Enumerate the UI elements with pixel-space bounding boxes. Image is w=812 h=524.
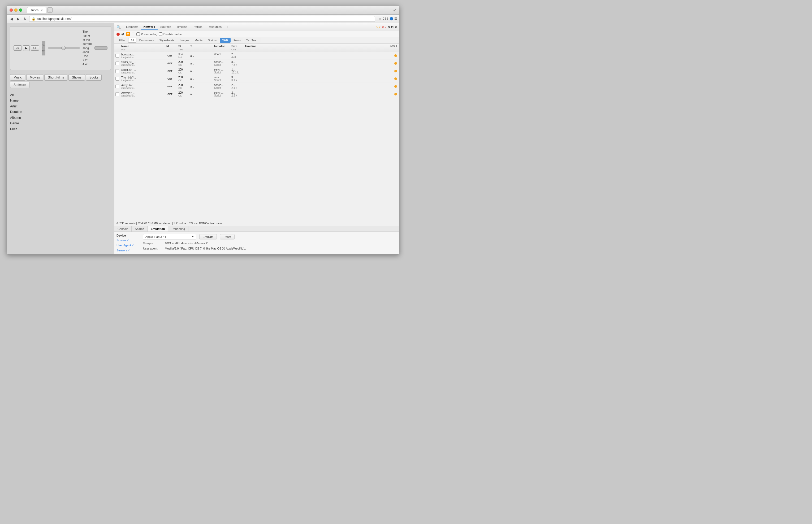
btab-rendering[interactable]: Rendering (168, 226, 188, 231)
sidebar-item-art[interactable]: Art (10, 92, 111, 98)
devtab-network[interactable]: Network (141, 24, 158, 30)
col-timeline-header[interactable]: Timeline 1.00 s (245, 45, 398, 51)
tab-close-icon[interactable]: ✕ (41, 9, 43, 12)
rewind-button[interactable]: << (14, 45, 22, 51)
active-tab[interactable]: Itunes ✕ (27, 7, 46, 13)
network-row[interactable]: Array.js?_... /projects/itu... GET 200 O… (114, 91, 399, 98)
col-status-header[interactable]: St... Text (178, 45, 190, 51)
clear-button[interactable]: ⊘ (121, 32, 124, 36)
col-name-header[interactable]: Name Path (121, 45, 166, 51)
filter-tab-stylesheets[interactable]: Stylesheets (157, 38, 177, 43)
volume-slider[interactable] (48, 47, 80, 49)
emulate-button[interactable]: Emulate (199, 234, 217, 240)
network-row[interactable]: Thumb.js?... /projects/itu... GET 200 OK… (114, 75, 399, 83)
network-row[interactable]: bootstrap... /projects/itu... GET 304 No… (114, 52, 399, 60)
row-status: 200 OK (178, 68, 190, 74)
tab-music[interactable]: Music (10, 74, 25, 81)
url-display: localhost/projects/itunes/ (37, 17, 71, 21)
devtab-timeline[interactable]: Timeline (174, 24, 190, 30)
sidebar-item-name[interactable]: Name (10, 98, 111, 104)
filter-tab-xhr[interactable]: XHR (220, 38, 230, 43)
devtab-sources[interactable]: Sources (158, 24, 174, 30)
col-size-header[interactable]: Size Con... (232, 45, 245, 51)
disable-cache-checkbox[interactable] (159, 32, 162, 36)
forward-button[interactable]: ▶ (16, 16, 21, 21)
row-path: /projects/itu... (121, 56, 166, 59)
col-type-header[interactable]: T... (190, 45, 214, 51)
col-method-header[interactable]: M... (166, 45, 178, 51)
user-agent-section[interactable]: User Agent ✓ (116, 244, 138, 247)
sidebar-item-artist[interactable]: Artist (10, 104, 111, 110)
btab-console[interactable]: Console (114, 226, 132, 231)
filter-tab-documents[interactable]: Documents (137, 38, 157, 43)
btab-emulation[interactable]: Emulation (147, 226, 168, 231)
tab-software[interactable]: Software (10, 82, 30, 88)
minimize-button[interactable] (14, 9, 17, 12)
fast-forward-button[interactable]: >> (31, 45, 39, 51)
tab-shows[interactable]: Shows (68, 74, 85, 81)
close-devtools-icon[interactable]: ✕ (395, 26, 397, 29)
bookmark-icon[interactable]: ☆ (379, 17, 381, 20)
devtab-profiles[interactable]: Profiles (190, 24, 205, 30)
filter-tab-scripts[interactable]: Scripts (205, 38, 219, 43)
list-icon[interactable]: ☰ (132, 32, 135, 36)
refresh-button[interactable]: ↻ (22, 16, 28, 21)
content-area: << ▶ >> 80 × 80 The name of th (7, 23, 399, 254)
play-button[interactable]: ▶ (23, 45, 30, 51)
row-checkbox[interactable] (115, 77, 119, 81)
filter-tab-all[interactable]: All (128, 38, 136, 43)
filter-tab-images[interactable]: Images (177, 38, 192, 43)
slider-thumb[interactable] (61, 46, 66, 50)
network-row[interactable]: Slider.js?_... /projects/itu... GET 200 … (114, 60, 399, 67)
reset-button[interactable]: Reset (220, 234, 235, 240)
record-button[interactable] (116, 33, 120, 36)
screen-section[interactable]: Screen ✓ (116, 239, 138, 242)
tab-movies[interactable]: Movies (26, 74, 43, 81)
back-button[interactable]: ◀ (9, 16, 14, 21)
network-row[interactable]: Slider.js?_... /projects/itu... GET 200 … (114, 67, 399, 75)
ext-icon[interactable]: 🔵 (389, 17, 393, 20)
row-checkbox[interactable] (115, 85, 119, 88)
sidebar-item-price[interactable]: Price (10, 127, 111, 132)
row-status: 304 Not... (178, 53, 190, 59)
network-row[interactable]: ArrayStor... /projects/itu... GET 200 OK… (114, 83, 399, 91)
col-initiator-header[interactable]: Initiator (214, 45, 232, 51)
devtab-resources[interactable]: Resources (205, 24, 224, 30)
device-select[interactable]: Apple iPad 3 / 4 ▾ (143, 234, 196, 240)
dock-icon[interactable]: ⊡ (391, 26, 394, 29)
row-initiator: sench...Script (214, 76, 232, 82)
address-bar[interactable]: 🔒 localhost/projects/itunes/ (29, 16, 375, 22)
tab-books[interactable]: Books (86, 74, 102, 81)
devtab-elements[interactable]: Elements (123, 24, 141, 30)
settings-icon[interactable]: ⚙ (387, 26, 390, 29)
devtab-more[interactable]: » (224, 24, 231, 30)
row-size: 2...2.1 k (232, 83, 245, 89)
filter-tab-texttransfer[interactable]: TextTra... (244, 38, 260, 43)
filter-icon[interactable]: 🔽 (126, 32, 130, 36)
row-size: 1...15.1 k (232, 68, 245, 74)
preserve-log-label: Preserve log (137, 32, 157, 36)
sidebar-item-albumn[interactable]: Albumn (10, 115, 111, 121)
row-checkbox[interactable] (115, 62, 119, 65)
search-icon[interactable]: 🔍 (116, 25, 121, 29)
tab-short-films[interactable]: Short Films (44, 74, 67, 81)
row-checkbox[interactable] (115, 69, 119, 73)
nav-tabs: Music Movies Short Films Shows Books Sof… (7, 73, 114, 89)
maximize-button[interactable] (19, 9, 22, 12)
sidebar-item-genre[interactable]: Genre (10, 121, 111, 127)
filter-tab-filter[interactable]: Filter (116, 38, 128, 43)
sensors-section[interactable]: Sensors ✓ (116, 249, 138, 252)
row-checkbox[interactable] (115, 54, 119, 58)
row-type: a... (190, 93, 214, 96)
user-agent-row-label: User agent: (143, 247, 162, 250)
close-button[interactable] (10, 9, 13, 12)
new-tab-button[interactable]: □ (47, 7, 52, 13)
row-checkbox[interactable] (115, 92, 119, 96)
filter-tab-media[interactable]: Media (192, 38, 205, 43)
btab-search[interactable]: Search (132, 226, 147, 231)
filter-tab-fonts[interactable]: Fonts (231, 38, 243, 43)
preserve-log-checkbox[interactable] (137, 32, 140, 36)
sidebar-item-duration[interactable]: Duration (10, 109, 111, 115)
menu-icon[interactable]: ☰ (394, 17, 397, 20)
tab-title: Itunes (31, 9, 38, 12)
